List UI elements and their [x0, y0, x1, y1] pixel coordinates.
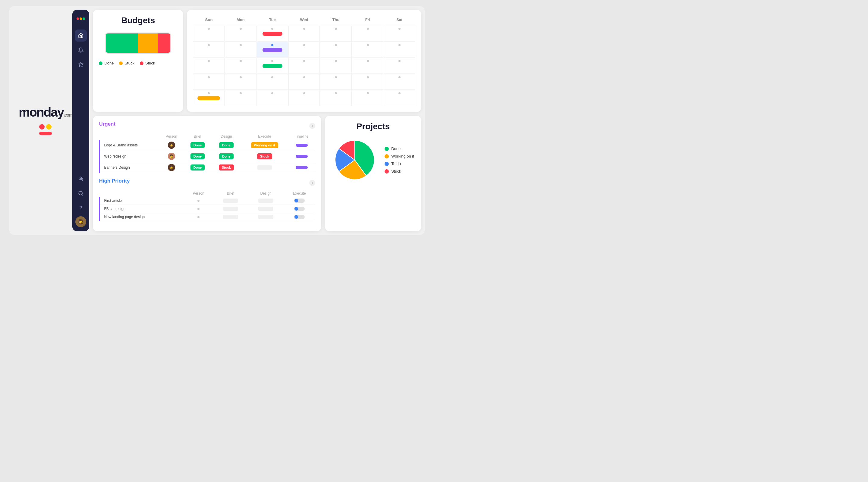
cal-cell-r2c5[interactable]: [320, 42, 352, 58]
cal-day-thu: Thu: [320, 16, 352, 24]
sidebar-item-search[interactable]: [75, 187, 87, 199]
legend-dot-done: [99, 61, 102, 65]
cal-cell-r1c3[interactable]: [256, 26, 288, 41]
sidebar-item-help[interactable]: ?: [75, 202, 87, 214]
calendar-grid: Sun Mon Tue Wed Thu Fri Sat: [193, 16, 415, 106]
col-person: Person: [159, 133, 184, 140]
user-avatar[interactable]: 🧔: [75, 216, 86, 227]
pie-label-done: Done: [391, 147, 401, 151]
brand-logo-area: monday.com: [19, 10, 72, 231]
cal-cell-r3c1[interactable]: [193, 58, 224, 74]
cal-cell-r5c3[interactable]: [256, 90, 288, 106]
person-dot: [197, 200, 199, 202]
cal-dot: [240, 60, 242, 62]
cal-cell-r5c2[interactable]: [225, 90, 256, 106]
table-row[interactable]: Logo & Brand assets 🧔 Done Done Working …: [99, 140, 315, 151]
budget-seg-stuck1: [138, 33, 157, 53]
cal-dot: [398, 28, 401, 30]
cal-cell-r4c6[interactable]: [352, 74, 384, 90]
cal-cell-r5c4[interactable]: [288, 90, 320, 106]
svg-line-8: [82, 194, 83, 195]
cal-cell-r4c7[interactable]: [384, 74, 415, 90]
urgent-add-button[interactable]: +: [309, 123, 315, 129]
table-row[interactable]: FB campaign: [99, 205, 315, 213]
cal-cell-r2c7[interactable]: [384, 42, 415, 58]
cal-cell-r1c7[interactable]: [384, 26, 415, 41]
cal-cell-r4c2[interactable]: [225, 74, 256, 90]
cal-cell-r1c1[interactable]: [193, 26, 224, 41]
col-execute: Execute: [241, 133, 288, 140]
cal-cell-r3c5[interactable]: [320, 58, 352, 74]
table-row[interactable]: New landing page design: [99, 213, 315, 221]
svg-rect-0: [76, 18, 79, 20]
cal-cell-r2c3-highlight[interactable]: [256, 42, 288, 58]
cal-cell-r1c4[interactable]: [288, 26, 320, 41]
avatar-banners: 🧔: [168, 164, 175, 171]
cal-cell-r4c1[interactable]: [193, 74, 224, 90]
avatar-web: 👩: [168, 153, 175, 160]
cal-cell-r2c1[interactable]: [193, 42, 224, 58]
task-brief-web: Done: [184, 151, 212, 162]
status-badge-done5: Done: [190, 164, 205, 170]
sidebar-item-home[interactable]: [75, 30, 87, 41]
high-priority-title: High Priority: [99, 178, 130, 184]
cal-cell-r3c2[interactable]: [225, 58, 256, 74]
toggle-bar3[interactable]: [294, 215, 305, 219]
cal-cell-r5c6[interactable]: [352, 90, 384, 106]
cal-dot: [335, 44, 337, 46]
hp-execute-3: [284, 213, 315, 221]
pie-legend-done: Done: [384, 147, 414, 151]
task-design-logo: Done: [212, 140, 241, 151]
cal-cell-r3c4[interactable]: [288, 58, 320, 74]
cal-cell-r5c5[interactable]: [320, 90, 352, 106]
cal-dot: [271, 76, 273, 78]
sidebar-item-favorites[interactable]: [75, 59, 87, 70]
hp-col-execute: Execute: [284, 190, 315, 197]
status-badge-working: Working on it: [251, 142, 278, 148]
empty-cell4: [223, 207, 238, 211]
cal-dot: [303, 60, 305, 62]
cal-cell-r3c6[interactable]: [352, 58, 384, 74]
cal-cell-r2c2[interactable]: [225, 42, 256, 58]
cal-cell-r5c7[interactable]: [384, 90, 415, 106]
table-row[interactable]: First article: [99, 197, 315, 205]
high-priority-add-button[interactable]: +: [309, 180, 315, 186]
table-row[interactable]: Banners Design 🧔 Done Stuck: [99, 162, 315, 173]
svg-point-7: [79, 191, 83, 195]
sidebar-logo: [76, 14, 86, 24]
toggle-bar[interactable]: [294, 198, 305, 203]
cal-bar-red: [262, 32, 282, 36]
hp-design-3: [248, 213, 284, 221]
cal-cell-r4c5[interactable]: [320, 74, 352, 90]
sidebar-item-add-user[interactable]: [75, 173, 87, 185]
cal-dot: [271, 28, 273, 30]
cal-cell-r5c1[interactable]: [193, 90, 224, 106]
sidebar-item-notifications[interactable]: [75, 44, 87, 56]
cal-day-mon: Mon: [225, 16, 256, 24]
high-priority-table-header: Person Brief Design Execute: [99, 190, 315, 197]
cal-dot: [398, 44, 401, 46]
cal-cell-r3c3[interactable]: [256, 58, 288, 74]
empty-cell7: [258, 215, 273, 219]
toggle-bar2[interactable]: [294, 207, 305, 211]
task-design-web: Done: [212, 151, 241, 162]
cal-cell-r4c3[interactable]: [256, 74, 288, 90]
task-person-web: 👩: [159, 151, 184, 162]
cal-dot: [335, 60, 337, 62]
cal-dot: [208, 60, 210, 62]
cal-cell-r1c6[interactable]: [352, 26, 384, 41]
cal-cell-r1c2[interactable]: [225, 26, 256, 41]
cal-cell-r2c6[interactable]: [352, 42, 384, 58]
cal-dot: [398, 60, 401, 62]
cal-cell-r1c5[interactable]: [320, 26, 352, 41]
legend-label-stuck1: Stuck: [124, 61, 134, 65]
status-badge-done3: Done: [190, 153, 205, 159]
cal-dot: [335, 76, 337, 78]
budgets-title: Budgets: [99, 16, 177, 25]
avatar-logo: 🧔: [168, 141, 175, 149]
timeline-bar3: [296, 166, 308, 169]
cal-cell-r4c4[interactable]: [288, 74, 320, 90]
cal-cell-r3c7[interactable]: [384, 58, 415, 74]
cal-cell-r2c4[interactable]: [288, 42, 320, 58]
table-row[interactable]: Web redesign 👩 Done Done Stuck: [99, 151, 315, 162]
